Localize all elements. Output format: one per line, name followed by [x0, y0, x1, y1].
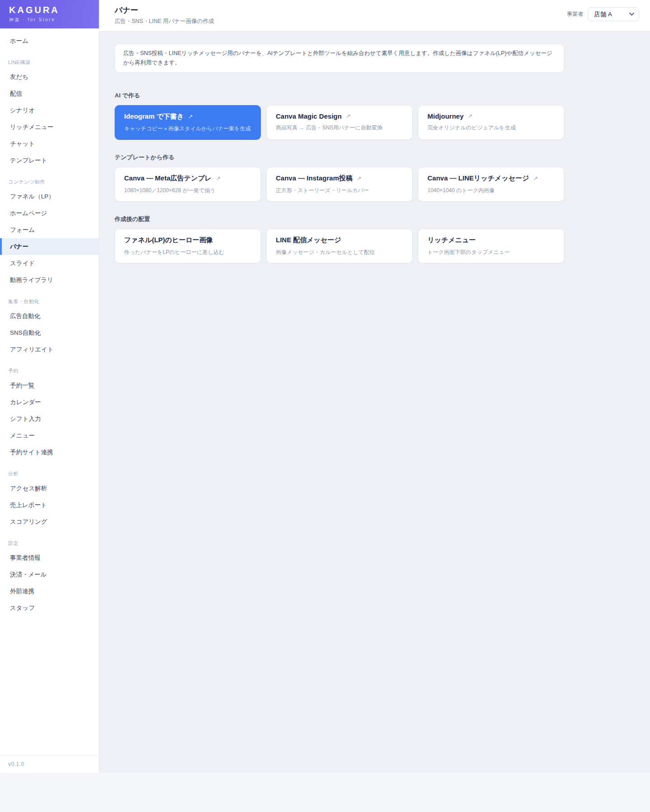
app-window: KAGURA 神楽 · for Store ホームLINE構築友だち配信シナリオ…: [0, 0, 650, 773]
sidebar-item[interactable]: シナリオ: [0, 102, 99, 119]
card[interactable]: ファネル(LP)のヒーロー画像作ったバナーをLPのヒーローに差し込む: [115, 229, 261, 263]
section-title: 作成後の配置: [115, 215, 564, 223]
sidebar-item[interactable]: 予約一覧: [0, 377, 99, 394]
sidebar-item[interactable]: 動画ライブラリ: [0, 272, 99, 288]
sidebar-item[interactable]: アフィリエイト: [0, 341, 99, 358]
card-title: Canva — LINEリッチメッセージ↗: [427, 174, 555, 183]
external-link-icon: ↗: [216, 175, 221, 182]
sidebar-item[interactable]: 配信: [0, 85, 99, 102]
card-title-text: Canva — Instagram投稿: [276, 174, 353, 183]
external-link-icon: ↗: [346, 113, 351, 120]
card-title-text: ファネル(LP)のヒーロー画像: [124, 236, 213, 245]
sidebar-item[interactable]: テンプレート: [0, 152, 99, 169]
card-desc: 1040×1040 のトーク内画像: [427, 187, 555, 194]
card-title: リッチメニュー: [427, 236, 555, 245]
sidebar-nav: ホームLINE構築友だち配信シナリオリッチメニューチャットテンプレートコンテンツ…: [0, 28, 99, 755]
sidebar-item[interactable]: 予約サイト連携: [0, 444, 99, 461]
sidebar-item[interactable]: ファネル（LP）: [0, 188, 99, 205]
external-link-icon: ↗: [357, 175, 362, 182]
intro-note: 広告・SNS投稿・LINEリッチメッセージ用のバナーを、AIテンプレートと外部ツ…: [115, 44, 564, 73]
sidebar-item[interactable]: 決済・メール: [0, 566, 99, 583]
brand-header: KAGURA 神楽 · for Store: [0, 0, 99, 28]
card-desc: 作ったバナーをLPのヒーローに差し込む: [124, 249, 251, 256]
card-title-text: Canva Magic Design: [276, 112, 342, 120]
card-title: ファネル(LP)のヒーロー画像: [124, 236, 251, 245]
sidebar-section-title: コンテンツ制作: [0, 176, 99, 188]
sidebar-item[interactable]: スライド: [0, 255, 99, 272]
card-title: Midjourney↗: [427, 112, 555, 120]
sidebar-section-title: LINE構築: [0, 56, 99, 69]
card[interactable]: Midjourney↗完全オリジナルのビジュアルを生成: [418, 105, 564, 140]
sidebar-item[interactable]: 外部連携: [0, 583, 99, 600]
card-title-text: Canva — LINEリッチメッセージ: [427, 174, 529, 183]
page-content: 広告・SNS投稿・LINEリッチメッセージ用のバナーを、AIテンプレートと外部ツ…: [99, 32, 564, 263]
card-desc: 商品写真 → 広告・SNS用バナーに自動変換: [276, 124, 403, 132]
card[interactable]: Canva — Meta広告テンプレ↗1080×1080／1200×628 が一…: [115, 167, 261, 202]
sidebar-item[interactable]: フォーム: [0, 221, 99, 238]
card[interactable]: Canva — Instagram投稿↗正方形・ストーリーズ・リールカバー: [266, 167, 413, 202]
external-link-icon: ↗: [468, 113, 473, 120]
card[interactable]: Ideogram で下書き↗キャッチコピー＋画像スタイルからバナー案を生成: [115, 105, 261, 140]
sidebar-item[interactable]: 事業者情報: [0, 549, 99, 566]
page-subtitle: 広告・SNS・LINE 用バナー画像の作成: [115, 18, 214, 25]
chevron-down-icon: [629, 13, 634, 16]
card-title-text: リッチメニュー: [427, 236, 476, 245]
sidebar-item-home[interactable]: ホーム: [0, 32, 99, 49]
store-select[interactable]: 店舗 A: [588, 7, 639, 21]
card-grid: Ideogram で下書き↗キャッチコピー＋画像スタイルからバナー案を生成Can…: [115, 105, 564, 140]
sidebar-item[interactable]: スコアリング: [0, 513, 99, 530]
card-title-text: Ideogram で下書き: [124, 112, 184, 121]
page-header-titles: バナー 広告・SNS・LINE 用バナー画像の作成: [115, 5, 214, 25]
card-title-text: LINE 配信メッセージ: [276, 236, 341, 245]
card-desc: 正方形・ストーリーズ・リールカバー: [276, 187, 403, 194]
sidebar-section-title: 集客・自動化: [0, 295, 99, 308]
section: 作成後の配置ファネル(LP)のヒーロー画像作ったバナーをLPのヒーローに差し込む…: [115, 215, 564, 263]
card-title-text: Canva — Meta広告テンプレ: [124, 174, 212, 183]
card-title-text: Midjourney: [427, 112, 464, 120]
card-desc: キャッチコピー＋画像スタイルからバナー案を生成: [124, 125, 251, 133]
sidebar: KAGURA 神楽 · for Store ホームLINE構築友だち配信シナリオ…: [0, 0, 99, 773]
card-title: Canva Magic Design↗: [276, 112, 403, 120]
sidebar-item[interactable]: ホームページ: [0, 205, 99, 221]
sidebar-item[interactable]: SNS自動化: [0, 324, 99, 341]
sidebar-item-active[interactable]: バナー: [0, 238, 99, 255]
sidebar-item[interactable]: 売上レポート: [0, 497, 99, 513]
card[interactable]: Canva — LINEリッチメッセージ↗1040×1040 のトーク内画像: [418, 167, 564, 202]
sidebar-section-title: 予約: [0, 365, 99, 377]
card-desc: トーク画面下部のタップメニュー: [427, 249, 555, 256]
card-title: Ideogram で下書き↗: [124, 112, 251, 121]
card-sections: AI で作るIdeogram で下書き↗キャッチコピー＋画像スタイルからバナー案…: [115, 92, 564, 263]
section: テンプレートから作るCanva — Meta広告テンプレ↗1080×1080／1…: [115, 153, 564, 202]
sidebar-section-title: 分析: [0, 468, 99, 480]
card-desc: 1080×1080／1200×628 が一発で揃う: [124, 187, 251, 194]
sidebar-item[interactable]: カレンダー: [0, 394, 99, 411]
card[interactable]: LINE 配信メッセージ画像メッセージ・カルーセルとして配信: [266, 229, 413, 263]
sidebar-item[interactable]: 友だち: [0, 69, 99, 85]
card-title: LINE 配信メッセージ: [276, 236, 403, 245]
business-selector-group: 事業者 店舗 A: [567, 7, 639, 21]
sidebar-item[interactable]: アクセス解析: [0, 480, 99, 497]
card-title: Canva — Instagram投稿↗: [276, 174, 403, 183]
sidebar-item[interactable]: チャット: [0, 135, 99, 152]
card-desc: 画像メッセージ・カルーセルとして配信: [276, 249, 403, 256]
sidebar-item[interactable]: リッチメニュー: [0, 119, 99, 135]
card[interactable]: リッチメニュートーク画面下部のタップメニュー: [418, 229, 564, 263]
brand-subtitle: 神楽 · for Store: [9, 17, 90, 23]
section: AI で作るIdeogram で下書き↗キャッチコピー＋画像スタイルからバナー案…: [115, 92, 564, 140]
brand-logo-text: KAGURA: [9, 5, 90, 15]
sidebar-item[interactable]: 広告自動化: [0, 308, 99, 324]
business-label: 事業者: [567, 10, 583, 18]
sidebar-item[interactable]: メニュー: [0, 427, 99, 444]
sidebar-footer: v0.1.0: [0, 755, 99, 773]
section-title: AI で作る: [115, 92, 564, 100]
sidebar-item[interactable]: シフト入力: [0, 411, 99, 427]
card-grid: Canva — Meta広告テンプレ↗1080×1080／1200×628 が一…: [115, 167, 564, 202]
external-link-icon: ↗: [533, 175, 538, 182]
page-title: バナー: [115, 5, 214, 15]
sidebar-item[interactable]: スタッフ: [0, 600, 99, 616]
store-select-value: 店舗 A: [594, 10, 612, 18]
card[interactable]: Canva Magic Design↗商品写真 → 広告・SNS用バナーに自動変…: [266, 105, 413, 140]
main-area: バナー 広告・SNS・LINE 用バナー画像の作成 事業者 店舗 A 広告・SN…: [99, 0, 650, 773]
section-title: テンプレートから作る: [115, 153, 564, 161]
card-title: Canva — Meta広告テンプレ↗: [124, 174, 251, 183]
